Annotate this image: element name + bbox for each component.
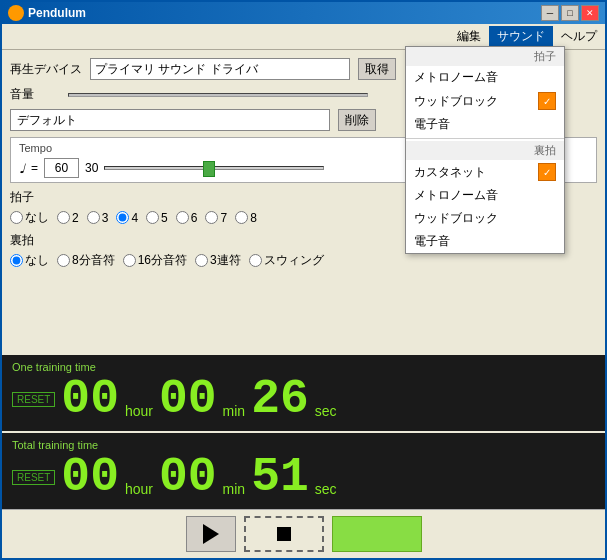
- dropdown-metronome1[interactable]: メトロノーム音: [406, 66, 564, 89]
- training1-seconds: 26: [251, 375, 309, 423]
- tempo-input[interactable]: [44, 158, 79, 178]
- training2-block: Total training time RESET 00 hour 00 min…: [2, 433, 605, 509]
- app-icon: [8, 5, 24, 21]
- dropdown-item-label: メトロノーム音: [414, 187, 498, 204]
- beat-option-4[interactable]: 4: [116, 211, 138, 225]
- section-label-ura: 裏拍: [406, 141, 564, 160]
- title-bar-controls: ─ □ ✕: [541, 5, 599, 21]
- minimize-button[interactable]: ─: [541, 5, 559, 21]
- close-button[interactable]: ✕: [581, 5, 599, 21]
- play-icon: [203, 524, 219, 544]
- volume-label: 音量: [10, 86, 60, 103]
- stop-icon: [277, 527, 291, 541]
- training1-sec-label: sec: [315, 403, 337, 423]
- training1-minutes: 00: [159, 375, 217, 423]
- beat-option-8[interactable]: 8: [235, 211, 257, 225]
- ura-option-swing[interactable]: スウィング: [249, 252, 324, 269]
- training2-minutes: 00: [159, 453, 217, 501]
- menu-bar: 編集 サウンド ヘルプ 拍子 メトロノーム音 ウッドブロック ✓ 電子音 裏拍 …: [2, 24, 605, 50]
- beat-option-6[interactable]: 6: [176, 211, 198, 225]
- menu-henshu[interactable]: 編集: [449, 26, 489, 47]
- beat-option-2[interactable]: 2: [57, 211, 79, 225]
- delete-button[interactable]: 削除: [338, 109, 376, 131]
- get-button[interactable]: 取得: [358, 58, 396, 80]
- beat-option-3[interactable]: 3: [87, 211, 109, 225]
- training2-sec-label: sec: [315, 481, 337, 501]
- dropdown-item-label: メトロノーム音: [414, 69, 498, 86]
- beat-option-7[interactable]: 7: [205, 211, 227, 225]
- equals-symbol: =: [31, 161, 38, 175]
- menu-herupu[interactable]: ヘルプ: [553, 26, 605, 47]
- stop-button[interactable]: [244, 516, 324, 552]
- preset-input[interactable]: [10, 109, 330, 131]
- training2-hour-label: hour: [125, 481, 153, 501]
- beat-option-5[interactable]: 5: [146, 211, 168, 225]
- training2-reset-button[interactable]: RESET: [12, 470, 55, 485]
- castanets-select-btn[interactable]: ✓: [538, 163, 556, 181]
- training1-hours: 00: [61, 375, 119, 423]
- dropdown-castanets[interactable]: カスタネット ✓: [406, 160, 564, 184]
- note-symbol: ♩: [19, 161, 25, 176]
- window-title: Pendulum: [28, 6, 86, 20]
- divider: [406, 138, 564, 139]
- ura-option-3ren[interactable]: 3連符: [195, 252, 241, 269]
- play-button[interactable]: [186, 516, 236, 552]
- dropdown-woodblock1[interactable]: ウッドブロック ✓: [406, 89, 564, 113]
- dropdown-denshi2[interactable]: 電子音: [406, 230, 564, 253]
- dropdown-denshi1[interactable]: 電子音: [406, 113, 564, 136]
- training1-min-label: min: [223, 403, 246, 423]
- training1-hour-label: hour: [125, 403, 153, 423]
- dropdown-item-label: ウッドブロック: [414, 93, 498, 110]
- training1-timer-row: RESET 00 hour 00 min 26 sec: [12, 375, 595, 423]
- ura-option-nashi[interactable]: なし: [10, 252, 49, 269]
- tempo-slider[interactable]: [104, 166, 324, 170]
- ura-option-8[interactable]: 8分音符: [57, 252, 115, 269]
- tempo-slider-thumb[interactable]: [203, 161, 215, 177]
- menu-saundo[interactable]: サウンド: [489, 26, 553, 47]
- ura-option-16[interactable]: 16分音符: [123, 252, 187, 269]
- training2-min-label: min: [223, 481, 246, 501]
- bottom-controls: [2, 509, 605, 558]
- training1-block: One training time RESET 00 hour 00 min 2…: [2, 355, 605, 431]
- playback-device-input[interactable]: [90, 58, 350, 80]
- main-window: Pendulum ─ □ ✕ 編集 サウンド ヘルプ 拍子 メトロノーム音 ウッ…: [0, 0, 607, 560]
- dropdown-item-label: 電子音: [414, 233, 450, 250]
- woodblock1-select-btn[interactable]: ✓: [538, 92, 556, 110]
- green-button[interactable]: [332, 516, 422, 552]
- dropdown-item-label: カスタネット: [414, 164, 486, 181]
- beat-option-nashi[interactable]: なし: [10, 209, 49, 226]
- training2-hours: 00: [61, 453, 119, 501]
- title-bar-left: Pendulum: [8, 5, 86, 21]
- dropdown-woodblock2[interactable]: ウッドブロック: [406, 207, 564, 230]
- tempo-value2: 30: [85, 161, 98, 175]
- playback-device-label: 再生デバイス: [10, 61, 82, 78]
- dropdown-metronome2[interactable]: メトロノーム音: [406, 184, 564, 207]
- maximize-button[interactable]: □: [561, 5, 579, 21]
- training1-reset-button[interactable]: RESET: [12, 392, 55, 407]
- title-bar: Pendulum ─ □ ✕: [2, 2, 605, 24]
- dropdown-item-label: 電子音: [414, 116, 450, 133]
- dropdown-item-label: ウッドブロック: [414, 210, 498, 227]
- training2-timer-row: RESET 00 hour 00 min 51 sec: [12, 453, 595, 501]
- section-label-beat: 拍子: [406, 47, 564, 66]
- ura-radio-row: なし 8分音符 16分音符 3連符 スウィング: [10, 252, 597, 269]
- dropdown-menu: 拍子 メトロノーム音 ウッドブロック ✓ 電子音 裏拍 カスタネット ✓ メトロ…: [405, 46, 565, 254]
- training2-seconds: 51: [251, 453, 309, 501]
- volume-slider[interactable]: [68, 93, 368, 97]
